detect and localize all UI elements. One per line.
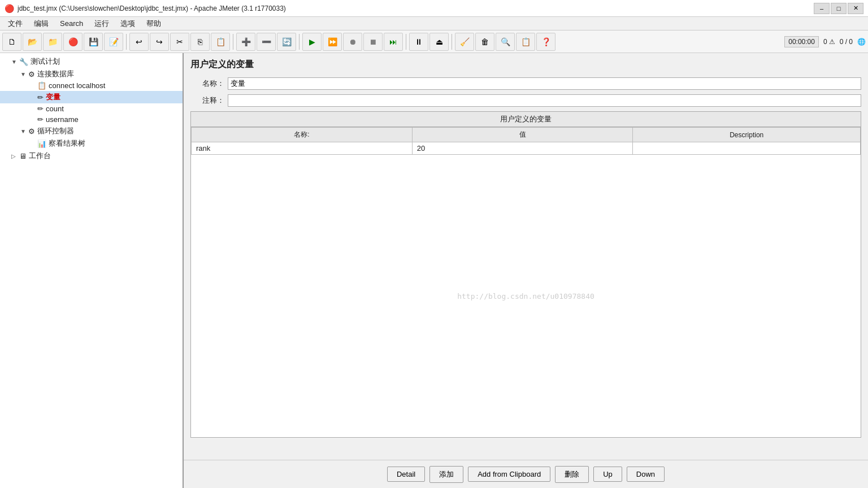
bottom-bar: Detail 添加 Add from Clipboard 删除 Up Down xyxy=(184,460,868,488)
tree-label-test-plan: 测试计划 xyxy=(31,56,60,67)
warning-count: 0 ⚠ xyxy=(823,38,835,46)
menu-help[interactable]: 帮助 xyxy=(141,17,167,30)
toggle-icon: ▼ xyxy=(20,128,28,134)
toolbar-template[interactable]: 📝 xyxy=(104,33,123,51)
username-icon: ✏ xyxy=(37,115,44,124)
menu-file[interactable]: 文件 xyxy=(2,17,28,30)
toggle-icon: ▷ xyxy=(11,153,19,159)
toolbar-stop[interactable]: ⏺ xyxy=(343,33,362,51)
minimize-button[interactable]: – xyxy=(814,3,830,14)
tree-node-variable[interactable]: ✏ 变量 xyxy=(0,91,183,103)
tree-node-connect-db[interactable]: ▼ ⚙ 连接数据库 xyxy=(0,68,183,80)
toolbar-start[interactable]: ▶ xyxy=(302,33,322,51)
main-layout: ▼ 🔧 测试计划 ▼ ⚙ 连接数据库 📋 connect localhost ✏ xyxy=(0,53,868,488)
menu-edit[interactable]: 编辑 xyxy=(28,17,54,30)
count-icon: ✏ xyxy=(37,104,44,113)
tree-node-test-plan[interactable]: ▼ 🔧 测试计划 xyxy=(0,55,183,68)
warn-icon: ⚠ xyxy=(829,38,835,46)
name-row: 名称： xyxy=(190,77,861,90)
toolbar-functions[interactable]: 🔍 xyxy=(496,33,515,51)
watermark: http://blog.csdn.net/u010978840 xyxy=(457,292,594,300)
name-input[interactable] xyxy=(228,77,861,90)
name-label: 名称： xyxy=(190,79,224,89)
tree-label-connect-db: 连接数据库 xyxy=(37,69,74,79)
run-counter: 0 / 0 xyxy=(840,38,853,46)
toolbar-clear[interactable]: 🧹 xyxy=(455,33,474,51)
menu-search[interactable]: Search xyxy=(54,17,89,30)
connect-localhost-icon: 📋 xyxy=(37,81,46,90)
toolbar-cut[interactable]: ✂ xyxy=(170,33,189,51)
app-icon: 🔴 xyxy=(5,4,14,13)
toolbar-refresh[interactable]: 🔄 xyxy=(277,33,296,51)
menu-bar: 文件 编辑 Search 运行 选项 帮助 xyxy=(0,17,868,30)
tree-node-connect-localhost[interactable]: 📋 connect localhost xyxy=(0,80,183,91)
toggle-icon: ▼ xyxy=(11,59,19,65)
separator-3 xyxy=(299,34,300,50)
table-empty-area: http://blog.csdn.net/u010978840 xyxy=(191,155,861,437)
down-button[interactable]: Down xyxy=(627,467,665,482)
cell-value: 20 xyxy=(412,142,633,155)
test-plan-icon: 🔧 xyxy=(19,58,28,66)
view-result-icon: 📊 xyxy=(37,140,46,148)
tree-node-view-result[interactable]: 📊 察看结果树 xyxy=(0,137,183,150)
comment-input[interactable] xyxy=(228,94,861,107)
cell-description xyxy=(633,142,861,155)
toolbar-icon-right: 🌐 xyxy=(857,38,866,46)
comment-label: 注释： xyxy=(190,95,224,106)
toolbar-start-no-pause[interactable]: ⏩ xyxy=(323,33,342,51)
toggle-icon: ▼ xyxy=(20,71,28,77)
toolbar-undo[interactable]: ↩ xyxy=(129,33,149,51)
table-section-title: 用户定义的变量 xyxy=(191,112,861,127)
col-value: 值 xyxy=(412,128,633,142)
toolbar-copy[interactable]: ⎘ xyxy=(190,33,210,51)
loop-ctrl-icon: ⚙ xyxy=(28,127,35,136)
toolbar-new[interactable]: 🗋 xyxy=(2,33,21,51)
tree-label-variable: 变量 xyxy=(46,92,60,102)
toolbar-paste[interactable]: 📋 xyxy=(211,33,230,51)
tree-label-view-result: 察看结果树 xyxy=(49,138,85,149)
toolbar-help[interactable]: ❓ xyxy=(536,33,555,51)
toolbar-add[interactable]: ➕ xyxy=(236,33,255,51)
workbench-icon: 🖥 xyxy=(19,152,27,160)
separator-1 xyxy=(126,34,127,50)
toolbar-remote-start[interactable]: ⏭ xyxy=(384,33,403,51)
tree-node-workbench[interactable]: ▷ 🖥 工作台 xyxy=(0,150,183,162)
table-body: rank 20 xyxy=(192,142,861,155)
right-panel: 用户定义的变量 名称： 注释： 用户定义的变量 名称: 值 xyxy=(184,53,868,488)
section-title: 用户定义的变量 xyxy=(190,59,861,71)
toolbar-redo[interactable]: ↪ xyxy=(150,33,169,51)
toolbar-remove[interactable]: ➖ xyxy=(257,33,276,51)
detail-button[interactable]: Detail xyxy=(387,467,425,482)
toolbar-save[interactable]: 🔴 xyxy=(63,33,83,51)
toolbar-clear-all[interactable]: 🗑 xyxy=(475,33,494,51)
maximize-button[interactable]: □ xyxy=(831,3,847,14)
toolbar-save2[interactable]: 💾 xyxy=(84,33,103,51)
menu-options[interactable]: 选项 xyxy=(115,17,141,30)
tree-node-username[interactable]: ✏ username xyxy=(0,114,183,125)
delete-button[interactable]: 删除 xyxy=(555,466,589,483)
col-description: Description xyxy=(633,128,861,142)
toolbar-remote-stop[interactable]: ⏸ xyxy=(409,33,428,51)
toolbar-status: 00:00:00 0 ⚠ 0 / 0 🌐 xyxy=(784,36,866,47)
window-title: jdbc_test.jmx (C:\Users\slowchen\Desktop… xyxy=(18,5,286,12)
close-button[interactable]: ✕ xyxy=(848,3,863,14)
tree-label-loop-ctrl: 循环控制器 xyxy=(37,126,74,136)
cell-name: rank xyxy=(192,142,413,155)
tree-node-count[interactable]: ✏ count xyxy=(0,103,183,114)
toolbar-close[interactable]: 📁 xyxy=(43,33,62,51)
toolbar-shutdown[interactable]: ⏹ xyxy=(363,33,383,51)
warn-number: 0 xyxy=(823,38,827,46)
comment-row: 注释： xyxy=(190,94,861,107)
tree-label-workbench: 工作台 xyxy=(29,151,51,161)
toolbar-open[interactable]: 📂 xyxy=(23,33,42,51)
up-button[interactable]: Up xyxy=(593,467,622,482)
add-button[interactable]: 添加 xyxy=(429,466,463,483)
add-from-clipboard-button[interactable]: Add from Clipboard xyxy=(468,467,550,482)
menu-run[interactable]: 运行 xyxy=(89,17,115,30)
toolbar-remote-shutdown[interactable]: ⏏ xyxy=(429,33,449,51)
variables-table: 名称: 值 Description rank 20 xyxy=(191,127,861,155)
table-row[interactable]: rank 20 xyxy=(192,142,861,155)
toolbar-list[interactable]: 📋 xyxy=(516,33,535,51)
separator-4 xyxy=(406,34,406,50)
tree-node-loop-ctrl[interactable]: ▼ ⚙ 循环控制器 xyxy=(0,125,183,137)
